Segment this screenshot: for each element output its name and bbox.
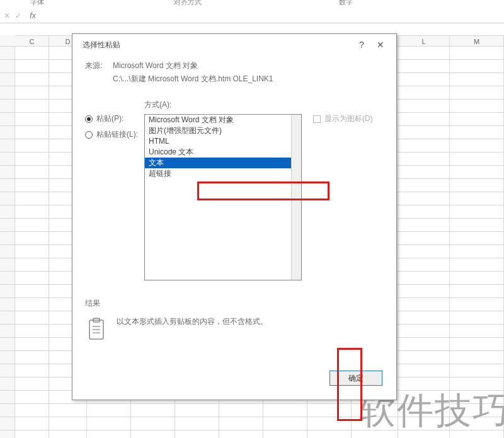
row-header[interactable] — [0, 364, 15, 377]
row-header[interactable] — [0, 179, 15, 192]
cell[interactable] — [307, 404, 352, 417]
cell[interactable] — [398, 351, 450, 364]
cell[interactable] — [15, 430, 49, 438]
cell[interactable] — [15, 258, 49, 272]
cell[interactable] — [131, 404, 175, 417]
ok-button[interactable]: 确定 — [329, 371, 382, 386]
cell[interactable] — [450, 430, 504, 438]
cell[interactable] — [398, 285, 450, 298]
cell[interactable] — [450, 179, 504, 192]
row-header[interactable] — [0, 298, 15, 311]
cell[interactable] — [450, 285, 504, 298]
cell[interactable] — [15, 417, 49, 430]
cell[interactable] — [398, 430, 450, 438]
cell[interactable] — [15, 179, 49, 192]
cell[interactable] — [398, 245, 450, 258]
cell[interactable] — [15, 192, 49, 205]
cell[interactable] — [398, 166, 450, 179]
cell[interactable] — [398, 338, 450, 351]
cell[interactable] — [15, 232, 49, 245]
row-header[interactable] — [0, 73, 15, 86]
cell[interactable] — [352, 404, 398, 417]
cell[interactable] — [219, 417, 263, 430]
row-header[interactable] — [0, 285, 15, 298]
cell[interactable] — [352, 417, 398, 430]
cell[interactable] — [15, 166, 49, 179]
cell[interactable] — [398, 139, 450, 153]
row-header[interactable] — [0, 377, 15, 391]
formula-confirm-icon[interactable]: ✓ — [14, 11, 23, 20]
scrollbar[interactable] — [291, 115, 301, 280]
cell[interactable] — [15, 298, 49, 311]
formula-cancel-icon[interactable]: ✕ — [3, 11, 11, 20]
row-header[interactable] — [0, 113, 15, 126]
cell[interactable] — [398, 153, 450, 166]
cell[interactable] — [450, 391, 504, 404]
cell[interactable] — [398, 205, 450, 219]
cell[interactable] — [450, 126, 504, 139]
column-header[interactable]: M — [450, 35, 504, 47]
cell[interactable] — [450, 351, 504, 364]
cell[interactable] — [398, 86, 450, 100]
cell[interactable] — [175, 417, 219, 430]
cell[interactable] — [87, 430, 131, 438]
cell[interactable] — [450, 86, 504, 100]
row-header[interactable] — [0, 430, 15, 438]
cell[interactable] — [307, 430, 352, 438]
row-header[interactable] — [0, 245, 15, 258]
paste-format-option[interactable]: 文本 — [145, 158, 291, 168]
cell[interactable] — [219, 404, 263, 417]
cell[interactable] — [450, 192, 504, 205]
paste-format-listbox[interactable]: Microsoft Word 文档 对象图片(增强型图元文件)HTMLUnico… — [144, 114, 302, 280]
cell[interactable] — [131, 430, 175, 438]
cell[interactable] — [263, 430, 307, 438]
cell[interactable] — [15, 364, 49, 377]
paste-format-option[interactable]: 超链接 — [145, 168, 291, 179]
cell[interactable] — [307, 417, 352, 430]
help-button[interactable]: ? — [352, 40, 371, 50]
cell[interactable] — [398, 60, 450, 73]
cell[interactable] — [450, 311, 504, 325]
cell[interactable] — [219, 430, 263, 438]
row-header[interactable] — [0, 325, 15, 338]
cell[interactable] — [15, 391, 49, 404]
cell[interactable] — [450, 166, 504, 179]
cell[interactable] — [450, 417, 504, 430]
row-header[interactable] — [0, 153, 15, 166]
cell[interactable] — [450, 325, 504, 338]
cell[interactable] — [175, 404, 219, 417]
cell[interactable] — [398, 73, 450, 86]
cell[interactable] — [87, 417, 131, 430]
row-header[interactable] — [0, 166, 15, 179]
cell[interactable] — [398, 232, 450, 245]
close-button[interactable]: ✕ — [371, 40, 390, 50]
cell[interactable] — [450, 219, 504, 232]
paste-format-option[interactable]: HTML — [145, 136, 291, 147]
cell[interactable] — [15, 404, 49, 417]
cell[interactable] — [15, 311, 49, 325]
row-header[interactable] — [0, 311, 15, 325]
cell[interactable] — [263, 417, 307, 430]
cell[interactable] — [398, 272, 450, 285]
row-header[interactable] — [0, 417, 15, 430]
cell[interactable] — [450, 139, 504, 153]
row-header[interactable] — [0, 60, 15, 73]
cell[interactable] — [131, 417, 175, 430]
cell[interactable] — [450, 232, 504, 245]
row-header[interactable] — [0, 205, 15, 219]
cell[interactable] — [450, 338, 504, 351]
cell[interactable] — [450, 113, 504, 126]
cell[interactable] — [263, 404, 307, 417]
cell[interactable] — [450, 100, 504, 113]
cell[interactable] — [398, 179, 450, 192]
cell[interactable] — [450, 298, 504, 311]
paste-format-option[interactable]: 图片(增强型图元文件) — [145, 125, 291, 136]
cell[interactable] — [15, 325, 49, 338]
row-header[interactable] — [0, 100, 15, 113]
row-header[interactable] — [0, 219, 15, 232]
row-header[interactable] — [0, 47, 15, 60]
select-all-corner[interactable] — [0, 35, 15, 47]
cell[interactable] — [398, 100, 450, 113]
row-header[interactable] — [0, 404, 15, 417]
cell[interactable] — [450, 258, 504, 272]
